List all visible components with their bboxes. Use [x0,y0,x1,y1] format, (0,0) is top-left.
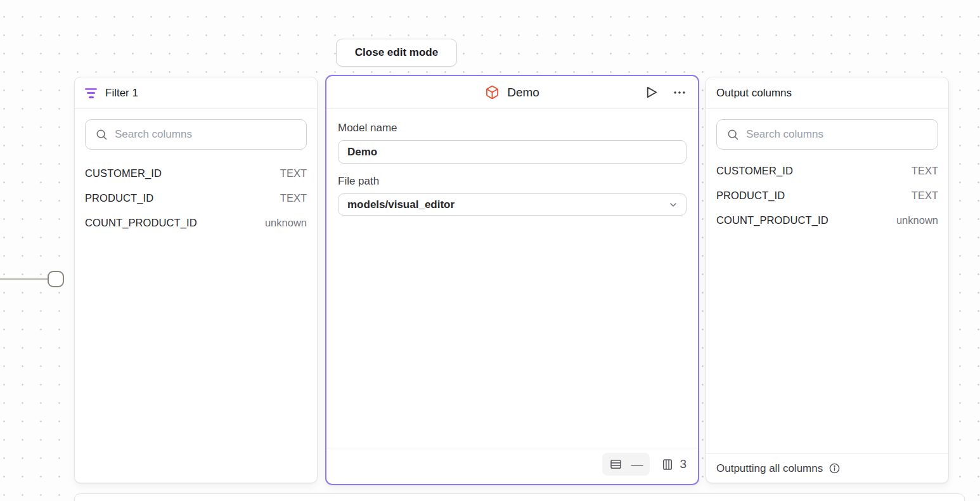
column-type: TEXT [280,167,307,179]
model-name-label: Model name [338,122,687,134]
column-name: COUNT_PRODUCT_ID [716,214,828,226]
more-options-button[interactable] [671,84,688,101]
info-icon[interactable] [828,462,841,474]
column-type: TEXT [912,190,938,202]
model-panel-body: Model name File path models/visual_edito… [326,109,698,216]
column-name: CUSTOMER_ID [716,165,793,177]
output-panel-header: Output columns [706,77,948,109]
column-count-badge[interactable]: 3 [660,457,688,471]
column-row[interactable]: COUNT_PRODUCT_ID unknown [716,208,938,233]
canvas: Close edit mode Filter 1 CUSTOMER_ID TEX… [0,0,980,501]
file-path-value: models/visual_editor [347,198,455,211]
edge-connector-line [0,278,49,280]
column-type: TEXT [912,165,938,177]
output-search-box [716,119,938,150]
model-panel-header: Demo [326,76,698,109]
model-panel-actions [643,76,688,108]
output-column-list: CUSTOMER_ID TEXT PRODUCT_ID TEXT COUNT_P… [706,152,948,233]
file-path-label: File path [338,175,687,188]
column-name: CUSTOMER_ID [85,167,162,179]
file-path-select[interactable]: models/visual_editor [338,193,687,216]
cube-icon [485,85,500,100]
output-panel-title: Output columns [716,87,792,100]
output-panel-footer: Outputting all columns [706,453,948,483]
model-panel-footer: — 3 [326,448,698,484]
close-edit-mode-button[interactable]: Close edit mode [336,39,457,67]
column-count-value: 3 [680,457,687,471]
column-type: unknown [896,214,938,226]
model-panel-title-group: Demo [485,85,539,100]
model-name-input[interactable] [338,140,687,164]
column-type: TEXT [280,192,307,204]
column-name: PRODUCT_ID [716,190,785,202]
column-row[interactable]: CUSTOMER_ID TEXT [716,159,938,183]
output-footer-text: Outputting all columns [716,462,823,475]
search-icon [95,128,108,141]
filter-panel-title: Filter 1 [105,87,138,100]
output-columns-panel: Output columns CUSTOMER_ID TEXT PRODUCT_… [706,77,949,483]
ellipsis-icon [673,86,687,100]
column-row[interactable]: COUNT_PRODUCT_ID unknown [85,211,307,235]
filter-search-input[interactable] [115,128,297,141]
output-search-input[interactable] [746,128,928,141]
table-rows-icon [609,458,622,471]
model-node-panel-selected: Demo Model name File path models/visual_… [325,75,699,485]
column-name: PRODUCT_ID [85,192,153,204]
row-count-badge[interactable]: — [602,453,650,476]
model-panel-title: Demo [507,86,539,100]
play-icon [644,85,659,100]
column-name: COUNT_PRODUCT_ID [85,217,197,229]
filter-icon [85,88,97,98]
column-row[interactable]: CUSTOMER_ID TEXT [85,161,307,186]
partial-node-panel[interactable] [74,493,965,501]
search-icon [726,128,739,141]
edge-connector-port[interactable] [48,271,64,287]
filter-search-box [85,119,307,150]
table-columns-icon [661,458,674,471]
column-row[interactable]: PRODUCT_ID TEXT [85,186,307,211]
run-model-button[interactable] [643,84,660,101]
filter-node-panel: Filter 1 CUSTOMER_ID TEXT PRODUCT_ID TEX… [74,77,318,483]
column-row[interactable]: PRODUCT_ID TEXT [716,183,938,208]
chevron-down-icon [668,200,678,210]
filter-column-list: CUSTOMER_ID TEXT PRODUCT_ID TEXT COUNT_P… [75,152,317,235]
column-type: unknown [265,217,307,229]
filter-panel-header: Filter 1 [75,77,317,109]
row-count-value: — [631,457,643,471]
